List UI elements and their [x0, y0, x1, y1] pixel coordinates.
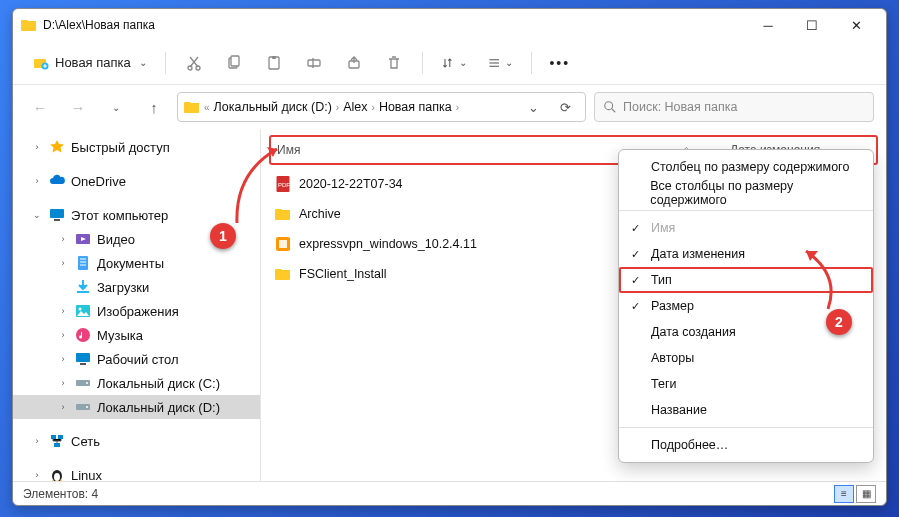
folder-icon	[184, 99, 200, 115]
sidebar-network[interactable]: ›Сеть	[13, 429, 260, 453]
svg-point-3	[196, 66, 200, 70]
back-button[interactable]: ←	[25, 92, 55, 122]
separator	[422, 52, 423, 74]
close-button[interactable]: ✕	[834, 10, 878, 40]
chevron-down-icon: ⌄	[459, 57, 467, 68]
music-icon	[75, 327, 91, 343]
documents-icon	[75, 255, 91, 271]
ctx-col-tags[interactable]: Теги	[619, 371, 873, 397]
copy-button[interactable]	[216, 47, 252, 79]
chevron-down-icon: ⌄	[505, 57, 513, 68]
address-row: ← → ⌄ ↑ « Локальный диск (D:) › Alex › Н…	[13, 85, 886, 129]
svg-rect-12	[54, 219, 60, 221]
svg-rect-14	[78, 256, 88, 270]
search-icon	[603, 100, 617, 114]
delete-button[interactable]	[376, 47, 412, 79]
breadcrumb-root[interactable]: Локальный диск (D:)	[214, 100, 332, 114]
paste-button[interactable]	[256, 47, 292, 79]
sidebar-onedrive[interactable]: ›OneDrive	[13, 169, 260, 193]
sidebar-drive-d[interactable]: ›Локальный диск (D:)	[13, 395, 260, 419]
search-input[interactable]: Поиск: Новая папка	[594, 92, 874, 122]
chevron-right-icon[interactable]: ›	[57, 234, 69, 244]
sidebar-documents[interactable]: ›Документы	[13, 251, 260, 275]
chevron-right-icon[interactable]: ›	[57, 402, 69, 412]
svg-point-17	[76, 328, 90, 342]
sidebar-drive-c[interactable]: ›Локальный диск (C:)	[13, 371, 260, 395]
explorer-window: D:\Alex\Новая папка ─ ☐ ✕ Новая папка ⌄ …	[12, 8, 887, 506]
ctx-size-all[interactable]: Все столбцы по размеру содержимого	[619, 180, 873, 206]
svg-rect-19	[80, 363, 86, 365]
separator	[619, 210, 873, 211]
rename-button[interactable]	[296, 47, 332, 79]
maximize-button[interactable]: ☐	[790, 10, 834, 40]
chevron-right-icon[interactable]: ›	[31, 436, 43, 446]
star-icon	[49, 139, 65, 155]
sidebar-downloads[interactable]: Загрузки	[13, 275, 260, 299]
sidebar-pictures[interactable]: ›Изображения	[13, 299, 260, 323]
svg-point-23	[86, 406, 88, 408]
ctx-col-title[interactable]: Название	[619, 397, 873, 423]
address-bar[interactable]: « Локальный диск (D:) › Alex › Новая пап…	[177, 92, 586, 122]
ctx-size-column[interactable]: Столбец по размеру содержимого	[619, 154, 873, 180]
downloads-icon	[75, 279, 91, 295]
share-button[interactable]	[336, 47, 372, 79]
details-view-button[interactable]: ≡	[834, 485, 854, 503]
chevron-right-icon[interactable]: ›	[31, 176, 43, 186]
chevron-right-icon[interactable]: ›	[57, 378, 69, 388]
chevron-right-icon[interactable]: ›	[31, 470, 43, 480]
new-button[interactable]: Новая папка ⌄	[25, 51, 155, 75]
forward-button[interactable]: →	[63, 92, 93, 122]
network-icon	[49, 433, 65, 449]
svg-rect-11	[50, 209, 64, 218]
pictures-icon	[75, 303, 91, 319]
cloud-icon	[49, 173, 65, 189]
sidebar-desktop[interactable]: ›Рабочий стол	[13, 347, 260, 371]
chevron-right-icon[interactable]: ›	[31, 142, 43, 152]
svg-rect-7	[272, 56, 276, 59]
ctx-col-authors[interactable]: Авторы	[619, 345, 873, 371]
breadcrumb-item[interactable]: Новая папка	[379, 100, 452, 114]
minimize-button[interactable]: ─	[746, 10, 790, 40]
chevron-right-icon[interactable]: ›	[57, 354, 69, 364]
chevron-right-icon[interactable]: ›	[57, 330, 69, 340]
ctx-more[interactable]: Подробнее…	[619, 432, 873, 458]
svg-rect-25	[58, 435, 63, 439]
svg-rect-32	[279, 240, 287, 248]
callout-marker-1: 1	[210, 223, 236, 249]
separator	[165, 52, 166, 74]
chevron-down-icon[interactable]: ⌄	[31, 210, 43, 220]
recent-button[interactable]: ⌄	[101, 92, 131, 122]
command-bar: Новая папка ⌄ ⌄ ⌄ •••	[13, 41, 886, 85]
folder-icon	[21, 17, 37, 33]
exe-icon	[275, 236, 291, 252]
svg-rect-24	[51, 435, 56, 439]
sort-button[interactable]: ⌄	[433, 47, 475, 79]
breadcrumb-item[interactable]: Alex	[343, 100, 367, 114]
drive-icon	[75, 399, 91, 415]
callout-marker-2: 2	[826, 309, 852, 335]
ctx-col-name[interactable]: ✓Имя	[619, 215, 873, 241]
chevron-right-icon[interactable]: ›	[57, 306, 69, 316]
svg-rect-26	[54, 443, 60, 447]
pc-icon	[49, 207, 65, 223]
more-button[interactable]: •••	[542, 47, 578, 79]
callout-arrow-2	[796, 245, 846, 315]
separator	[619, 427, 873, 428]
sidebar-music[interactable]: ›Музыка	[13, 323, 260, 347]
refresh-button[interactable]: ⟳	[551, 93, 579, 121]
sidebar-quick-access[interactable]: ›Быстрый доступ	[13, 135, 260, 159]
chevron-down-icon: ⌄	[139, 57, 147, 68]
cut-button[interactable]	[176, 47, 212, 79]
chevron-right-icon: ›	[372, 102, 375, 113]
svg-point-21	[86, 382, 88, 384]
item-count: Элементов: 4	[23, 487, 98, 501]
chevron-right-icon[interactable]: ›	[57, 258, 69, 268]
linux-icon	[49, 467, 65, 481]
icons-view-button[interactable]: ▦	[856, 485, 876, 503]
dropdown-icon[interactable]: ⌄	[519, 93, 547, 121]
folder-icon	[275, 266, 291, 282]
sidebar-linux[interactable]: ›Linux	[13, 463, 260, 481]
view-button[interactable]: ⌄	[479, 47, 521, 79]
up-button[interactable]: ↑	[139, 92, 169, 122]
svg-point-28	[54, 473, 60, 481]
